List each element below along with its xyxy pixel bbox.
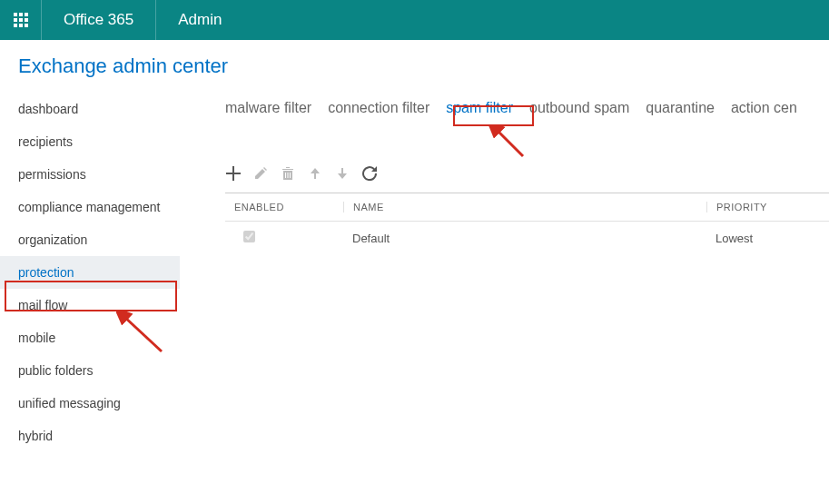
arrow-up-icon xyxy=(308,166,322,181)
svg-rect-6 xyxy=(14,24,17,27)
tab-spam-filter[interactable]: spam filter xyxy=(446,100,513,116)
svg-rect-7 xyxy=(19,24,23,27)
sidebar-item-permissions[interactable]: permissions xyxy=(0,158,180,191)
sidebar-item-protection[interactable]: protection xyxy=(0,256,180,289)
sidebar-item-mobile[interactable]: mobile xyxy=(0,321,180,354)
sidebar-item-recipients[interactable]: recipients xyxy=(0,125,180,158)
app-launcher-button[interactable] xyxy=(0,0,42,40)
refresh-icon xyxy=(362,166,377,181)
svg-rect-2 xyxy=(25,13,28,16)
tab-quarantine[interactable]: quarantine xyxy=(646,100,715,116)
tab-connection-filter[interactable]: connection filter xyxy=(328,100,429,116)
page-title: Exchange admin center xyxy=(0,40,829,91)
row-enabled-checkbox[interactable] xyxy=(243,231,255,242)
tab-outbound-spam[interactable]: outbound spam xyxy=(529,100,629,116)
section-link[interactable]: Admin xyxy=(156,0,243,40)
row-name-cell: Default xyxy=(343,232,706,245)
arrow-down-icon xyxy=(335,166,350,181)
toolbar xyxy=(225,116,829,189)
col-header-enabled[interactable]: ENABLED xyxy=(225,202,343,212)
delete-button[interactable] xyxy=(280,165,296,182)
svg-rect-0 xyxy=(14,13,17,16)
sidebar-item-public-folders[interactable]: public folders xyxy=(0,354,180,387)
svg-rect-1 xyxy=(19,13,23,16)
sidebar-item-mail-flow[interactable]: mail flow xyxy=(0,289,180,321)
sidebar-item-unified-messaging[interactable]: unified messaging xyxy=(0,387,180,420)
sidebar-item-dashboard[interactable]: dashboard xyxy=(0,93,180,125)
svg-rect-3 xyxy=(14,18,17,22)
svg-rect-8 xyxy=(25,24,28,27)
table-header-row: ENABLED NAME PRIORITY xyxy=(225,193,829,222)
waffle-icon xyxy=(14,13,28,27)
svg-rect-5 xyxy=(25,18,28,22)
edit-button[interactable] xyxy=(252,165,269,182)
svg-rect-4 xyxy=(19,18,23,22)
sidebar-item-compliance-management[interactable]: compliance management xyxy=(0,191,180,223)
global-header: Office 365 Admin xyxy=(0,0,829,40)
refresh-button[interactable] xyxy=(361,165,378,182)
move-down-button[interactable] xyxy=(334,165,350,182)
col-header-name[interactable]: NAME xyxy=(343,202,706,212)
filter-table: ENABLED NAME PRIORITY Default Lowest xyxy=(225,193,829,254)
add-button[interactable] xyxy=(225,165,242,182)
row-priority-cell: Lowest xyxy=(706,232,829,245)
brand-link[interactable]: Office 365 xyxy=(42,0,156,40)
table-row[interactable]: Default Lowest xyxy=(225,222,829,254)
content-area: malware filter connection filter spam fi… xyxy=(180,91,829,452)
sidebar-item-organization[interactable]: organization xyxy=(0,223,180,256)
pencil-icon xyxy=(253,166,268,181)
move-up-button[interactable] xyxy=(307,165,323,182)
sidebar-nav: dashboard recipients permissions complia… xyxy=(0,91,180,452)
tab-row: malware filter connection filter spam fi… xyxy=(225,91,829,116)
sidebar-item-hybrid[interactable]: hybrid xyxy=(0,420,180,452)
col-header-priority[interactable]: PRIORITY xyxy=(706,202,829,212)
tab-action-center[interactable]: action cen xyxy=(731,100,797,116)
tab-malware-filter[interactable]: malware filter xyxy=(225,100,311,116)
trash-icon xyxy=(281,166,295,181)
plus-icon xyxy=(226,166,241,181)
